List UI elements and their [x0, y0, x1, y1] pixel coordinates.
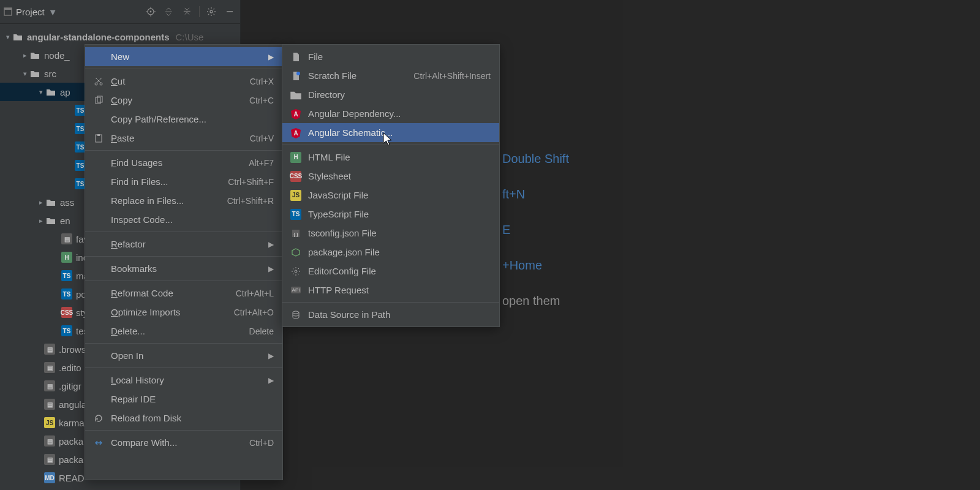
- context-menu-item[interactable]: Optimize ImportsCtrl+Alt+O: [85, 303, 282, 322]
- menu-separator: [85, 256, 282, 257]
- context-menu-item[interactable]: CopyCtrl+C: [85, 91, 282, 110]
- chevron-right-icon[interactable]: ▸: [37, 217, 45, 225]
- api-icon: API: [290, 284, 302, 296]
- ts-file-icon: TS: [61, 288, 72, 300]
- blank-icon: [92, 306, 105, 318]
- context-menu-item[interactable]: Local History▶: [85, 371, 282, 390]
- gen-file-icon: ▤: [61, 233, 72, 244]
- tree-label: .edito: [59, 363, 81, 373]
- svg-point-3: [150, 11, 152, 13]
- menu-item-label: Reformat Code: [111, 288, 173, 298]
- context-menu[interactable]: New▶CutCtrl+XCopyCtrl+CCopy Path/Referen…: [85, 44, 283, 480]
- context-menu-item[interactable]: Open In▶: [85, 346, 282, 365]
- file-icon: [290, 51, 302, 63]
- tree-label: en: [60, 216, 70, 226]
- context-menu-item[interactable]: CutCtrl+X: [85, 72, 282, 91]
- new-submenu-item[interactable]: TSTypeScript File: [282, 205, 499, 224]
- context-menu-item[interactable]: Find in Files...Ctrl+Shift+F: [85, 172, 282, 191]
- new-submenu-item[interactable]: AAngular Dependency...: [282, 104, 499, 123]
- new-submenu-item[interactable]: EditorConfig File: [282, 262, 499, 281]
- tree-root-path: C:\Use: [176, 32, 204, 42]
- new-submenu-item[interactable]: File: [282, 47, 499, 66]
- chevron-right-icon[interactable]: ▸: [37, 198, 45, 206]
- menu-item-label: Directory: [308, 89, 345, 100]
- context-menu-item[interactable]: Repair IDE: [85, 390, 282, 409]
- menu-separator: [85, 368, 282, 368]
- menu-separator: [85, 150, 282, 151]
- tree-row[interactable]: ▤tsconf: [0, 487, 240, 490]
- menu-item-shortcut: Ctrl+Shift+R: [227, 196, 274, 206]
- svg-point-8: [210, 10, 213, 13]
- angular-icon: A: [290, 108, 302, 120]
- tip-shortcut: ft+N: [502, 176, 569, 212]
- ts-file-icon: TS: [61, 325, 72, 336]
- folder-icon: [29, 68, 40, 79]
- new-submenu-item[interactable]: HHTML File: [282, 148, 499, 167]
- new-submenu-item[interactable]: Scratch FileCtrl+Alt+Shift+Insert: [282, 66, 499, 85]
- new-submenu-item[interactable]: Directory: [282, 85, 499, 104]
- project-view-title[interactable]: Project: [16, 7, 45, 17]
- context-menu-item[interactable]: Reload from Disk: [85, 409, 282, 428]
- project-tool-header: Project ▼: [0, 0, 240, 24]
- new-submenu-item[interactable]: CSSStylesheet: [282, 167, 499, 186]
- tree-root-label: angular-standalone-components: [27, 32, 170, 42]
- new-submenu[interactable]: FileScratch FileCtrl+Alt+Shift+InsertDir…: [282, 44, 500, 327]
- context-menu-item[interactable]: Delete...Delete: [85, 322, 282, 341]
- context-menu-item[interactable]: PasteCtrl+V: [85, 129, 282, 148]
- tree-label: ap: [60, 87, 70, 97]
- paste-icon: [92, 132, 105, 145]
- menu-item-label: Scratch File: [308, 70, 356, 81]
- expand-all-icon[interactable]: [162, 5, 176, 18]
- context-menu-item[interactable]: Refactor▶: [85, 235, 282, 254]
- new-submenu-item[interactable]: { }tsconfig.json File: [282, 224, 499, 243]
- context-menu-item[interactable]: Find UsagesAlt+F7: [85, 153, 282, 172]
- locate-icon[interactable]: [144, 5, 157, 18]
- new-submenu-item[interactable]: APIHTTP Request: [282, 281, 499, 300]
- angular-icon: A: [290, 127, 302, 139]
- new-submenu-item[interactable]: package.json File: [282, 243, 499, 262]
- chevron-down-icon[interactable]: ▾: [21, 70, 29, 78]
- menu-item-label: New: [111, 51, 129, 62]
- context-menu-item[interactable]: Replace in Files...Ctrl+Shift+R: [85, 191, 282, 210]
- chevron-down-icon[interactable]: ▼: [48, 7, 58, 17]
- chevron-right-icon: ▶: [268, 240, 274, 249]
- svg-point-11: [100, 83, 102, 85]
- menu-separator: [85, 69, 282, 69]
- menu-item-shortcut: Ctrl+D: [249, 438, 274, 448]
- gear-icon[interactable]: [205, 5, 218, 18]
- context-menu-item[interactable]: Copy Path/Reference...: [85, 110, 282, 129]
- menu-item-label: Find in Files...: [111, 176, 168, 187]
- css-file-icon: CSS: [61, 307, 72, 318]
- chevron-right-icon[interactable]: ▸: [21, 51, 29, 59]
- tip-shortcut: +Home: [502, 247, 569, 283]
- tip-shortcut: E: [502, 212, 569, 247]
- blank-icon: [92, 374, 105, 386]
- collapse-all-icon[interactable]: [181, 5, 194, 18]
- chevron-down-icon[interactable]: ▾: [4, 33, 12, 41]
- menu-item-shortcut: Ctrl+V: [250, 134, 274, 143]
- new-submenu-item[interactable]: AAngular Schematic...: [282, 123, 499, 142]
- menu-item-label: JavaScript File: [308, 190, 368, 200]
- chevron-right-icon: ▶: [268, 265, 274, 273]
- menu-item-label: Replace in Files...: [111, 195, 184, 206]
- gear-icon: [290, 265, 302, 277]
- context-menu-item[interactable]: Reformat CodeCtrl+Alt+L: [85, 284, 282, 303]
- tree-root-row[interactable]: ▾ angular-standalone-components C:\Use: [0, 28, 240, 46]
- new-submenu-item[interactable]: JSJavaScript File: [282, 186, 499, 205]
- context-menu-item[interactable]: Compare With...Ctrl+D: [85, 433, 282, 452]
- minimize-icon[interactable]: [223, 5, 236, 18]
- svg-text:{ }: { }: [293, 232, 298, 237]
- context-menu-item[interactable]: New▶: [85, 47, 282, 66]
- menu-item-label: Bookmarks: [111, 263, 157, 274]
- blank-icon: [92, 157, 105, 169]
- tree-label: packa: [59, 454, 83, 465]
- chevron-down-icon[interactable]: ▾: [37, 88, 45, 96]
- ts-icon: TS: [290, 208, 302, 221]
- js-icon: JS: [290, 189, 302, 202]
- gen-file-icon: ▤: [44, 380, 55, 391]
- new-submenu-item[interactable]: Data Source in Path: [282, 305, 499, 324]
- css-icon: CSS: [290, 170, 302, 183]
- context-menu-item[interactable]: Inspect Code...: [85, 210, 282, 229]
- context-menu-item[interactable]: Bookmarks▶: [85, 259, 282, 278]
- html-icon: H: [290, 151, 302, 164]
